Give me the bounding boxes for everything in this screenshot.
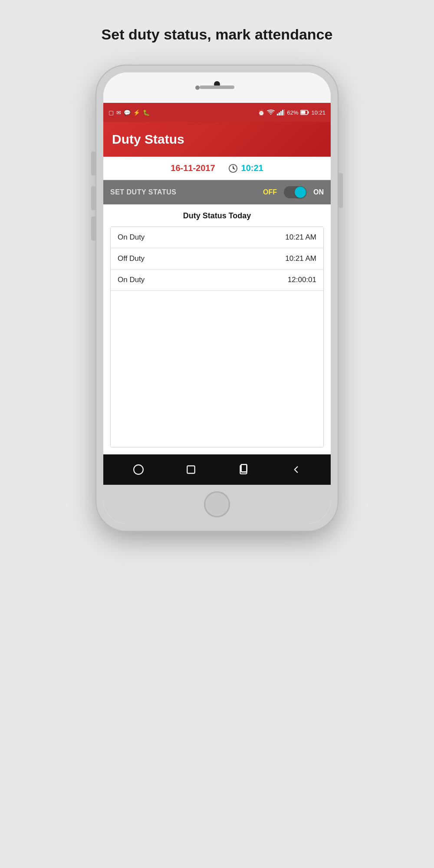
battery-percent: 62% — [287, 109, 298, 116]
toggle-off-label: OFF — [263, 188, 277, 196]
toggle-on-label: ON — [313, 188, 324, 196]
duty-time-2: 10:21 AM — [285, 254, 316, 263]
nav-back-button[interactable] — [286, 460, 306, 479]
table-row: On Duty 10:21 AM — [111, 227, 323, 248]
recents-icon — [238, 464, 249, 475]
nav-home-button[interactable] — [129, 460, 148, 479]
duty-toggle-switch[interactable] — [284, 186, 306, 198]
battery-icon — [300, 110, 309, 115]
front-camera — [195, 85, 200, 90]
date-time-bar: 16-11-2017 10:21 — [103, 157, 331, 180]
bug-icon: 🐛 — [143, 109, 150, 116]
toggle-label: SET DUTY STATUS — [110, 188, 256, 196]
back-icon — [290, 464, 302, 475]
clock-icon — [228, 164, 238, 173]
bottom-nav — [103, 454, 331, 485]
duty-type-2: Off Duty — [118, 254, 285, 263]
toggle-bar: SET DUTY STATUS OFF ON — [103, 180, 331, 204]
page-title: Set duty status, mark attendance — [102, 26, 333, 43]
svg-rect-2 — [280, 111, 282, 115]
status-time: 10:21 — [311, 109, 326, 116]
phone-top-bar — [103, 72, 331, 103]
duty-time-3: 12:00:01 — [288, 276, 316, 284]
duty-status-table: On Duty 10:21 AM Off Duty 10:21 AM On Du… — [110, 227, 324, 447]
duty-section-title: Duty Status Today — [110, 211, 324, 220]
duty-status-section: Duty Status Today On Duty 10:21 AM Off D… — [103, 204, 331, 454]
current-date: 16-11-2017 — [171, 163, 215, 173]
app-bar-title: Duty Status — [112, 132, 184, 147]
screen: ▢ ✉ 💬 ⚡ 🐛 ⏰ — [103, 103, 331, 485]
svg-rect-7 — [301, 111, 306, 114]
table-empty-area — [111, 291, 323, 447]
signal-icon — [277, 109, 285, 115]
home-button[interactable] — [204, 491, 230, 517]
wifi-icon — [267, 109, 275, 115]
svg-point-9 — [134, 465, 143, 474]
status-left-icons: ▢ ✉ 💬 ⚡ 🐛 — [108, 109, 150, 116]
home-circle-icon — [133, 464, 144, 475]
duty-type-3: On Duty — [118, 276, 288, 284]
square-icon: ▢ — [108, 109, 114, 116]
app-bar: Duty Status — [103, 122, 331, 157]
svg-rect-6 — [308, 112, 309, 114]
toggle-knob — [295, 187, 306, 198]
gmail-icon: ✉ — [116, 109, 121, 116]
duty-time-1: 10:21 AM — [285, 233, 316, 242]
phone-speaker — [200, 85, 234, 89]
phone-inner: ▢ ✉ 💬 ⚡ 🐛 ⏰ — [103, 72, 331, 524]
nav-recents-button[interactable] — [234, 460, 253, 479]
message-icon: 💬 — [124, 109, 131, 116]
nav-square-button[interactable] — [181, 460, 201, 479]
time-display: 10:21 — [228, 163, 263, 173]
svg-rect-0 — [277, 114, 278, 115]
svg-rect-4 — [284, 109, 285, 115]
square-icon — [185, 464, 197, 475]
status-right-icons: ⏰ 62% — [258, 109, 326, 116]
svg-rect-3 — [282, 110, 283, 115]
table-row: Off Duty 10:21 AM — [111, 248, 323, 270]
duty-type-1: On Duty — [118, 233, 285, 242]
status-bar: ▢ ✉ 💬 ⚡ 🐛 ⏰ — [103, 103, 331, 122]
phone-home-button-area — [103, 485, 331, 524]
current-time: 10:21 — [241, 163, 263, 173]
alarm-icon: ⏰ — [258, 109, 265, 116]
table-row: On Duty 12:00:01 — [111, 270, 323, 291]
svg-rect-1 — [279, 112, 280, 115]
phone-shell: ▢ ✉ 💬 ⚡ 🐛 ⏰ — [95, 65, 339, 532]
usb-icon: ⚡ — [133, 109, 140, 116]
svg-rect-10 — [187, 466, 194, 473]
svg-rect-12 — [241, 464, 247, 472]
